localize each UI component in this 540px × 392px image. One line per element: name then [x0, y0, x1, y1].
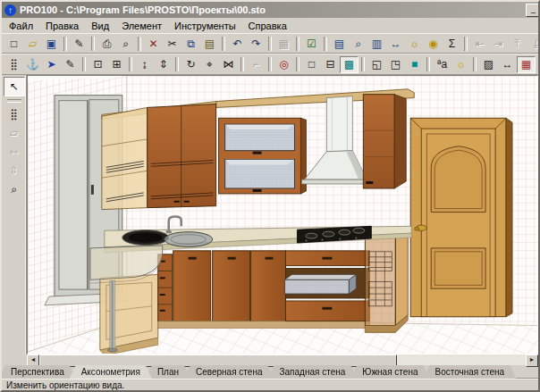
- show-dimensions-icon: ↔: [502, 58, 513, 71]
- snap-tool-button[interactable]: ⣿: [4, 105, 24, 123]
- mirror-element-icon: ⋈: [224, 58, 234, 71]
- menu-file[interactable]: Файл: [3, 20, 39, 32]
- view-hidden-lines-button[interactable]: ⊟: [321, 56, 340, 73]
- toolbar-separator: [296, 57, 300, 71]
- dimensions-report-icon: ↔: [391, 38, 401, 50]
- view-search-button[interactable]: ⌕: [349, 35, 367, 52]
- door-lower-panel: [431, 248, 485, 288]
- tab-north-wall[interactable]: Северная стена: [184, 365, 274, 379]
- view-box-edges-button[interactable]: ◱: [367, 56, 386, 73]
- menu-element[interactable]: Элемент: [115, 20, 168, 32]
- toolbar-separator: [175, 57, 179, 71]
- collision-check-button[interactable]: ◎: [274, 56, 293, 73]
- horizontal-scrollbar[interactable]: ◄ ►: [27, 354, 538, 365]
- zoom-area-tool-button[interactable]: ⌕: [4, 180, 24, 198]
- lighting-button[interactable]: ☼: [451, 56, 470, 73]
- tab-axonometry[interactable]: Аксонометрия: [70, 365, 152, 379]
- view-box-contours-button[interactable]: ◳: [386, 56, 405, 73]
- snap-points-button[interactable]: ⣿: [4, 56, 23, 73]
- window-handle: [91, 185, 94, 195]
- hints-button[interactable]: ☼: [405, 35, 424, 52]
- menu-help[interactable]: Справка: [242, 20, 293, 32]
- design-canvas[interactable]: [27, 75, 538, 354]
- show-grid-button[interactable]: ▦: [517, 56, 536, 73]
- view-wireframe-button[interactable]: □: [302, 56, 321, 73]
- report-list-button[interactable]: ▤: [330, 35, 349, 52]
- save-project-button[interactable]: ▣: [42, 35, 61, 52]
- selection-frame-button[interactable]: ⊡: [89, 56, 107, 73]
- select-pointer-button[interactable]: ➤: [42, 56, 61, 73]
- wall-cabinet-right[interactable]: [363, 95, 406, 188]
- toolbar-separator: [82, 57, 86, 71]
- basket-end-cabinet[interactable]: [365, 233, 408, 332]
- select-pointer-icon: ➤: [46, 58, 55, 71]
- toolbar-separator: [473, 57, 477, 71]
- corner-base-cabinet[interactable]: [100, 274, 158, 354]
- oven-drawer-unit[interactable]: [284, 251, 369, 321]
- tab-east-wall[interactable]: Восточная стена: [423, 365, 516, 379]
- align-right-button: ⇥: [489, 35, 508, 52]
- element-structure-button[interactable]: ▥: [367, 35, 386, 52]
- minimize-button[interactable]: _: [526, 4, 540, 17]
- sum-report-button[interactable]: Σ: [443, 35, 461, 52]
- materials-button[interactable]: ▨: [479, 56, 498, 73]
- project-properties-button[interactable]: ✎: [70, 35, 89, 52]
- pointer-tool-button[interactable]: ↖: [4, 77, 25, 96]
- toolbar-separator: [361, 57, 365, 71]
- open-project-icon: ▱: [29, 38, 37, 50]
- view-tabs: ПерспективаАксонометрияПланСеверная стен…: [2, 365, 538, 379]
- scrollbar-track[interactable]: [397, 354, 526, 365]
- align-bottom-icon: ⤓: [534, 38, 538, 50]
- copy-button[interactable]: ⧉: [181, 35, 200, 52]
- free-elevation-button[interactable]: ⇕: [154, 56, 173, 73]
- raise-element-button[interactable]: ↨: [135, 56, 154, 73]
- align-top-button: ⤒: [508, 35, 527, 52]
- view-search-icon: ⌕: [355, 38, 361, 50]
- open-project-button[interactable]: ▱: [23, 35, 42, 52]
- align-right-icon: ⇥: [494, 38, 502, 50]
- title-bar[interactable]: ↑ PRO100 - C:\Program Files\PROSTO\Проек…: [2, 2, 538, 18]
- menu-view[interactable]: Вид: [85, 20, 115, 32]
- draw-pencil-button[interactable]: ✎: [61, 56, 80, 73]
- show-labels-icon: ªa: [437, 58, 447, 71]
- delete-button[interactable]: ✕: [144, 35, 163, 52]
- menu-edit[interactable]: Правка: [39, 20, 85, 32]
- tab-plan[interactable]: План: [146, 365, 190, 379]
- tab-perspective[interactable]: Перспектива: [0, 365, 76, 379]
- view-textured-button[interactable]: ▩: [340, 56, 359, 73]
- dimension-vertical-tool-icon: ⇳: [9, 164, 18, 177]
- print-button[interactable]: ⎙: [97, 35, 116, 52]
- move-element-button[interactable]: ⌖: [200, 56, 219, 73]
- rotate-element-button[interactable]: ↻: [181, 56, 200, 73]
- selection-frame-add-button[interactable]: ⊞: [107, 56, 126, 73]
- paste-button[interactable]: ▤: [200, 35, 219, 52]
- price-calculation-button[interactable]: ◉: [424, 35, 443, 52]
- new-document-button[interactable]: □: [4, 35, 23, 52]
- interior-door[interactable]: [410, 118, 512, 316]
- show-labels-button[interactable]: ªa: [433, 56, 451, 73]
- base-door-3: [251, 251, 286, 321]
- selection-frame-add-icon: ⊞: [112, 58, 121, 71]
- mirror-element-button[interactable]: ⋈: [219, 56, 238, 73]
- view-box-contours-icon: ◳: [391, 58, 401, 71]
- tab-west-wall[interactable]: Западная стена: [267, 365, 357, 379]
- menu-tools[interactable]: Инструменты: [168, 20, 242, 32]
- report-checklist-button[interactable]: ☑: [302, 35, 321, 52]
- cut-button[interactable]: ✂: [163, 35, 181, 52]
- align-left-button: ⇤: [470, 35, 489, 52]
- view-box-edges-icon: ◱: [372, 58, 382, 71]
- anchor-button[interactable]: ⚓: [23, 56, 42, 73]
- tab-south-wall[interactable]: Южная стена: [350, 365, 429, 379]
- undo-button[interactable]: ↶: [228, 35, 247, 52]
- show-dimensions-button[interactable]: ↔: [498, 56, 517, 73]
- print-preview-button[interactable]: ⌕: [116, 35, 135, 52]
- snap-points-icon: ⣿: [10, 58, 18, 71]
- corner-wall-cabinet[interactable]: [102, 102, 216, 210]
- toolbar-separator: [268, 37, 272, 51]
- view-solid-button[interactable]: ■: [405, 56, 424, 73]
- dimensions-report-button[interactable]: ↔: [386, 35, 405, 52]
- plinth: [158, 321, 370, 329]
- cabinet-handle-2: [253, 189, 262, 192]
- glass-wall-cabinets[interactable]: [219, 118, 307, 194]
- redo-button[interactable]: ↷: [247, 35, 266, 52]
